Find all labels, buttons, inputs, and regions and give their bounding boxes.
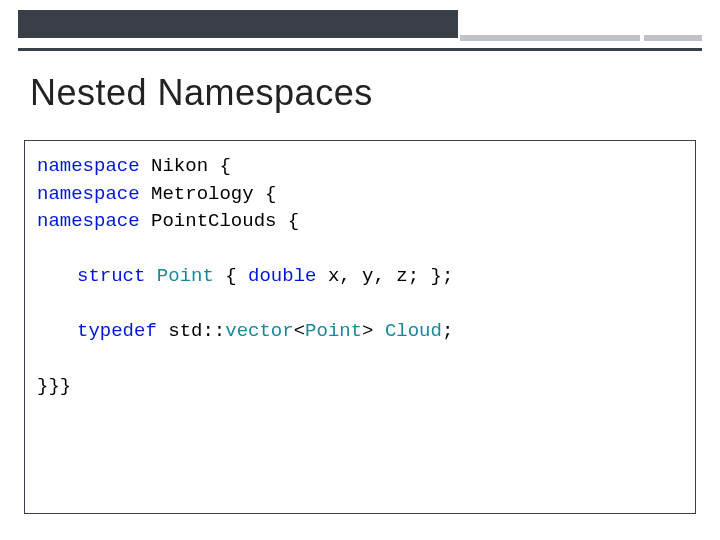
code-text: Nikon { xyxy=(140,155,231,177)
code-text: < xyxy=(294,320,305,342)
keyword-struct: struct xyxy=(77,265,145,287)
code-block: namespace Nikon { namespace Metrology { … xyxy=(37,153,683,401)
code-text: > xyxy=(362,320,385,342)
keyword-typedef: typedef xyxy=(77,320,157,342)
accent-bar-grey-2 xyxy=(644,35,702,41)
type-cloud: Cloud xyxy=(385,320,442,342)
type-vector: vector xyxy=(225,320,293,342)
code-text xyxy=(145,265,156,287)
slide-title: Nested Namespaces xyxy=(30,72,373,114)
type-point: Point xyxy=(157,265,214,287)
code-text: x, y, z; }; xyxy=(316,265,453,287)
code-text: Metrology { xyxy=(140,183,277,205)
code-closing-braces: }}} xyxy=(37,375,71,397)
code-container: namespace Nikon { namespace Metrology { … xyxy=(24,140,696,514)
title-underline xyxy=(18,48,702,51)
keyword-double: double xyxy=(248,265,316,287)
accent-bar-grey-1 xyxy=(460,35,640,41)
code-text: PointClouds { xyxy=(140,210,300,232)
code-text: std:: xyxy=(157,320,225,342)
code-text: { xyxy=(214,265,248,287)
accent-bar-dark xyxy=(18,10,458,38)
keyword-namespace: namespace xyxy=(37,155,140,177)
keyword-namespace: namespace xyxy=(37,183,140,205)
slide-top-decoration xyxy=(0,0,720,42)
keyword-namespace: namespace xyxy=(37,210,140,232)
code-text: ; xyxy=(442,320,453,342)
type-point: Point xyxy=(305,320,362,342)
